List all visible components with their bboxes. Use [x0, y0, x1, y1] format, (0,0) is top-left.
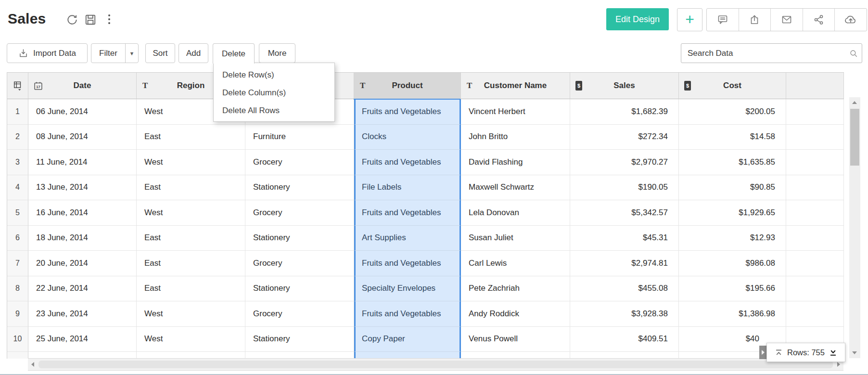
- cell-region[interactable]: West: [137, 301, 245, 327]
- cell-customer[interactable]: Venus Powell: [461, 327, 570, 352]
- horizontal-scrollbar-thumb[interactable]: [38, 361, 833, 368]
- import-data-button[interactable]: Import Data: [7, 43, 88, 63]
- cell-product[interactable]: Clocks: [354, 125, 461, 150]
- cell-product[interactable]: Fruits and Vegetables: [354, 150, 461, 175]
- horizontal-scrollbar[interactable]: [28, 358, 843, 371]
- cell-date[interactable]: 20 June, 2014: [28, 251, 137, 276]
- cell-region[interactable]: East: [137, 175, 245, 201]
- cell-sales[interactable]: $272.34: [570, 125, 679, 150]
- edit-design-button[interactable]: Edit Design: [606, 8, 669, 30]
- refresh-icon[interactable]: [66, 13, 78, 26]
- cell-date[interactable]: 13 June, 2014: [28, 175, 137, 201]
- add-button[interactable]: Add: [179, 43, 208, 63]
- cell-product[interactable]: Fruits and Vegetables: [354, 301, 461, 327]
- sort-button[interactable]: Sort: [145, 43, 175, 63]
- cell-sales[interactable]: $2,974.81: [570, 251, 679, 276]
- cell-category[interactable]: Grocery: [245, 150, 354, 175]
- cell-empty[interactable]: [786, 200, 844, 226]
- column-header-cost[interactable]: $ Cost: [679, 73, 786, 99]
- cell-date[interactable]: 08 June, 2014: [28, 125, 137, 150]
- cell-product[interactable]: Fruits and Vegetables: [354, 251, 461, 276]
- column-header-customer-name[interactable]: T Customer Name: [461, 73, 570, 99]
- save-icon[interactable]: [84, 13, 97, 26]
- cell-cost[interactable]: $12.93: [679, 226, 786, 251]
- select-all-header[interactable]: [7, 73, 28, 99]
- share-icon[interactable]: [803, 9, 835, 31]
- cell-sales[interactable]: $5,342.57: [570, 200, 679, 226]
- export-icon[interactable]: [739, 9, 771, 31]
- scroll-right-arrow-icon[interactable]: [837, 362, 840, 367]
- cell-customer[interactable]: John Britto: [461, 125, 570, 150]
- cell-sales[interactable]: $2,970.27: [570, 150, 679, 175]
- cell-customer[interactable]: Vincent Herbert: [461, 99, 570, 125]
- cell-customer[interactable]: Andy Roddick: [461, 301, 570, 327]
- cell-cost[interactable]: $14.58: [679, 125, 786, 150]
- email-icon[interactable]: [770, 9, 803, 31]
- cell-date[interactable]: 06 June, 2014: [28, 99, 137, 125]
- cell-date[interactable]: 23 June, 2014: [28, 301, 137, 327]
- scroll-left-arrow-icon[interactable]: [31, 362, 34, 367]
- filter-dropdown-caret-icon[interactable]: ▼: [125, 44, 138, 63]
- cell-region[interactable]: East: [137, 276, 245, 302]
- cell-customer[interactable]: Carl Lewis: [461, 251, 570, 276]
- cell-empty[interactable]: [786, 251, 844, 276]
- cell-customer[interactable]: Susan Juliet: [461, 226, 570, 251]
- cell-cost[interactable]: $1,635.85: [679, 150, 786, 175]
- cell-date[interactable]: 11 June, 2014: [28, 150, 137, 175]
- go-to-top-icon[interactable]: [775, 349, 783, 357]
- row-number[interactable]: 2: [7, 125, 28, 150]
- more-options-kebab-icon[interactable]: [105, 13, 114, 26]
- row-number[interactable]: 6: [7, 226, 28, 251]
- cell-customer[interactable]: Lela Donovan: [461, 200, 570, 226]
- cell-region[interactable]: East: [137, 125, 245, 150]
- cell-empty[interactable]: [786, 301, 844, 327]
- cell-product[interactable]: Fruits and Vegetables: [354, 200, 461, 226]
- row-number[interactable]: 1: [7, 99, 28, 125]
- cell-region[interactable]: West: [137, 200, 245, 226]
- column-header-product[interactable]: T Product: [354, 73, 461, 99]
- delete-button[interactable]: Delete: [213, 43, 255, 64]
- cell-region[interactable]: West: [137, 327, 245, 352]
- menu-item-delete-all-rows[interactable]: Delete All Rows: [214, 102, 334, 119]
- row-number[interactable]: 4: [7, 175, 28, 201]
- row-number[interactable]: 5: [7, 200, 28, 226]
- cell-date[interactable]: 18 June, 2014: [28, 226, 137, 251]
- add-new-button[interactable]: +: [677, 8, 702, 31]
- cell-region[interactable]: East: [137, 251, 245, 276]
- cell-empty[interactable]: [786, 99, 844, 125]
- search-icon[interactable]: [845, 49, 862, 58]
- menu-item-delete-rows[interactable]: Delete Row(s): [214, 66, 334, 84]
- cell-category[interactable]: Grocery: [245, 200, 354, 226]
- cell-cost[interactable]: $90.85: [679, 175, 786, 201]
- cell-product[interactable]: Copy Paper: [354, 327, 461, 352]
- cell-empty[interactable]: [786, 276, 844, 302]
- cell-sales[interactable]: $409.51: [570, 327, 679, 352]
- cell-date[interactable]: 22 June, 2014: [28, 276, 137, 302]
- cell-date[interactable]: 25 June, 2014: [28, 327, 137, 352]
- more-button[interactable]: More: [259, 43, 295, 63]
- cell-customer[interactable]: Pete Zachriah: [461, 276, 570, 302]
- cell-date[interactable]: 16 June, 2014: [28, 200, 137, 226]
- cell-product[interactable]: Art Supplies: [354, 226, 461, 251]
- cell-product[interactable]: Specialty Envelopes: [354, 276, 461, 302]
- column-header-sales[interactable]: $ Sales: [570, 73, 679, 99]
- menu-item-delete-columns[interactable]: Delete Column(s): [214, 84, 334, 102]
- cloud-upload-icon[interactable]: [834, 9, 867, 31]
- cell-category[interactable]: Furniture: [245, 125, 354, 150]
- scroll-up-arrow-icon[interactable]: [852, 101, 857, 104]
- comment-icon[interactable]: [707, 9, 739, 31]
- cell-category[interactable]: Stationery: [245, 276, 354, 302]
- cell-product[interactable]: Fruits and Vegetables: [354, 99, 461, 125]
- cell-sales[interactable]: $1,682.39: [570, 99, 679, 125]
- filter-button[interactable]: Filter ▼: [91, 43, 139, 63]
- cell-cost[interactable]: $195.66: [679, 276, 786, 302]
- cell-sales[interactable]: $190.05: [570, 175, 679, 201]
- cell-sales[interactable]: $3,928.38: [570, 301, 679, 327]
- cell-category[interactable]: Stationery: [245, 327, 354, 352]
- cell-product[interactable]: File Labels: [354, 175, 461, 201]
- go-to-bottom-icon[interactable]: [829, 349, 837, 357]
- search-input[interactable]: [681, 49, 845, 58]
- row-number[interactable]: 9: [7, 301, 28, 327]
- cell-cost[interactable]: $1,386.98: [679, 301, 786, 327]
- cell-cost[interactable]: $1,929.65: [679, 200, 786, 226]
